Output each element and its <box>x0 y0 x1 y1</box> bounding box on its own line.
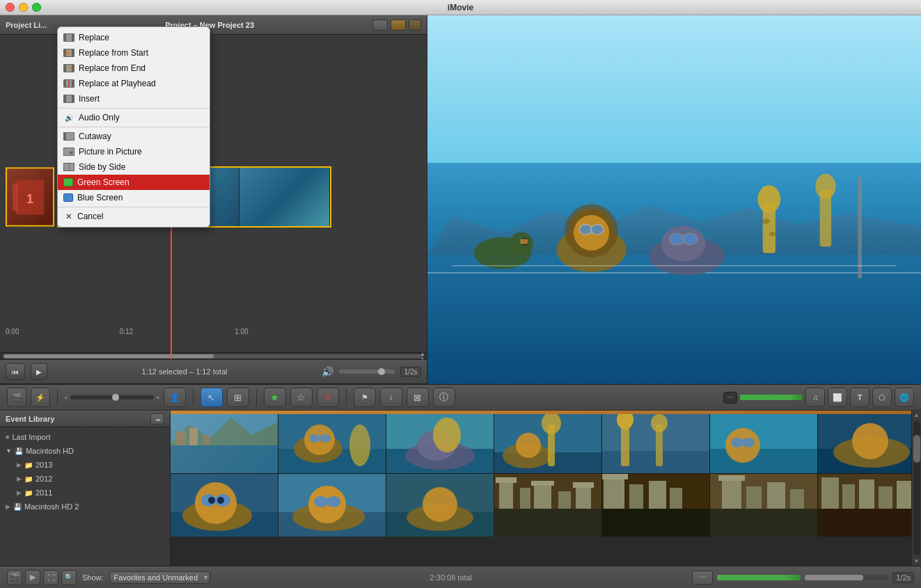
event-clip-row2-4[interactable] <box>494 474 602 537</box>
toolbar-separator-3 <box>256 389 257 406</box>
event-clip-row2-2[interactable] <box>278 474 386 537</box>
scroll-track[interactable] <box>913 421 920 555</box>
event-item-2013[interactable]: ▶ 📁 2013 <box>0 458 170 472</box>
menu-item-insert[interactable]: Insert <box>58 91 210 106</box>
event-clip-row2-1[interactable] <box>171 474 278 537</box>
svg-rect-90 <box>494 509 601 537</box>
event-clip-4[interactable] <box>494 411 602 473</box>
reject-icon: ✕ <box>324 392 332 403</box>
scroll-thumb[interactable] <box>913 435 920 463</box>
menu-item-blue-screen[interactable]: Blue Screen <box>58 190 210 205</box>
event-clip-6[interactable] <box>710 411 818 473</box>
minimize-button[interactable] <box>19 3 28 12</box>
play-button[interactable]: ▶ <box>31 363 47 380</box>
menu-item-green-screen[interactable]: Green Screen <box>58 175 210 190</box>
event-library-action-btn[interactable]: ☁ <box>150 413 164 424</box>
event-item-mac-hd[interactable]: ▼ 💾 Macintosh HD <box>0 444 170 458</box>
event-clip-7[interactable] <box>818 411 921 473</box>
event-clip-row2-7[interactable] <box>818 474 921 537</box>
svg-point-24 <box>816 174 836 199</box>
volume-bar[interactable] <box>740 395 803 400</box>
clip-size-slider: ▪ ▪ <box>65 392 159 402</box>
favorite-button[interactable]: ★ <box>264 388 286 407</box>
svg-rect-97 <box>576 486 591 509</box>
view-toggle-btn-2[interactable] <box>391 19 406 31</box>
clips-grid[interactable] <box>171 411 921 566</box>
event-list: ■ Last Import ▼ 💾 Macintosh HD ▶ 📁 2013 <box>0 427 170 566</box>
add-to-project-button[interactable]: 🎬 <box>7 570 22 585</box>
project-mode-button[interactable]: 🎬 <box>7 388 26 407</box>
show-select-wrapper[interactable]: Favorites and Unmarked All Clips Favorit… <box>109 571 210 584</box>
event-clip-row2-3[interactable] <box>386 474 494 537</box>
menu-label-cancel: Cancel <box>77 212 103 221</box>
menu-item-replace-from-start[interactable]: Replace from Start <box>58 45 210 61</box>
crop-button[interactable]: ⊠ <box>407 388 429 407</box>
svg-point-19 <box>762 218 770 223</box>
event-mode-button[interactable]: ⚡ <box>31 388 50 407</box>
event-item-last-import[interactable]: ■ Last Import <box>0 430 170 444</box>
trim-tool-button[interactable]: ⊞ <box>227 388 249 407</box>
event-item-label: 2012 <box>36 475 52 483</box>
menu-item-cancel[interactable]: ✕ Cancel <box>58 209 210 224</box>
menu-item-audio-only[interactable]: 🔊 Audio Only <box>58 110 210 125</box>
zoom-slider-bottom[interactable] <box>805 575 888 580</box>
svg-rect-118 <box>879 486 892 509</box>
total-display: 2:30:08 total <box>216 573 687 582</box>
waveform-toggle[interactable]: 〰 <box>723 392 737 404</box>
event-clip-1[interactable] <box>171 411 278 473</box>
clip-size-track[interactable] <box>70 395 154 399</box>
first-timeline-clip[interactable]: 1 <box>6 168 54 227</box>
people-detection-button[interactable]: 👤 <box>164 388 186 407</box>
svg-rect-107 <box>710 509 817 537</box>
show-select[interactable]: Favorites and Unmarked All Clips Favorit… <box>109 571 210 584</box>
close-button[interactable] <box>6 3 15 12</box>
menu-item-side-by-side[interactable]: Side by Side <box>58 159 210 175</box>
menu-item-cutaway[interactable]: Cutaway <box>58 129 210 144</box>
event-clip-3[interactable] <box>386 411 494 473</box>
select-tool-button[interactable]: ↖ <box>200 388 223 407</box>
transition-button[interactable]: ⬡ <box>872 388 892 407</box>
event-clip-2[interactable] <box>278 411 386 473</box>
svg-rect-21 <box>763 186 766 194</box>
menu-item-pip[interactable]: Picture in Picture <box>58 144 210 159</box>
event-item-2012[interactable]: ▶ 📁 2012 <box>0 472 170 486</box>
fullscreen-button[interactable]: ⛶ <box>43 570 58 585</box>
play-event-button[interactable]: ▶ <box>25 570 40 585</box>
right-toolbar-group: 〰 ♫ ⬜ T ⬡ 🌐 <box>723 388 914 407</box>
reject-button[interactable]: ✕ <box>317 388 339 407</box>
event-clip-row2-5[interactable] <box>602 474 710 537</box>
svg-rect-117 <box>859 479 874 509</box>
music-button[interactable]: ♫ <box>805 388 825 407</box>
maximize-button[interactable] <box>32 3 41 12</box>
zoom-track[interactable] <box>339 370 395 374</box>
menu-item-replace-from-end[interactable]: Replace from End <box>58 61 210 76</box>
clip-size-thumb[interactable] <box>112 394 119 401</box>
rewind-to-start-button[interactable]: ⏮ <box>6 363 25 380</box>
pip-icon <box>63 148 74 156</box>
zoom-out-button[interactable]: 🔍 <box>61 570 77 585</box>
bottom-volume-bar[interactable] <box>717 575 801 580</box>
project-action-btn[interactable] <box>409 19 421 31</box>
audio-meter-btn[interactable]: 〰 <box>692 571 713 585</box>
event-clip-row2-6[interactable] <box>710 474 818 537</box>
view-toggle-btn-1[interactable] <box>372 19 388 31</box>
svg-rect-112 <box>790 489 804 509</box>
scrubber-track[interactable]: ▲ ▼ <box>0 352 427 359</box>
clips-scrollbar[interactable]: ▲ ▼ <box>911 411 921 566</box>
scroll-down-arrow[interactable]: ▼ <box>913 557 921 566</box>
event-item-2011[interactable]: ▶ 📁 2011 <box>0 486 170 500</box>
info-button[interactable]: ⓘ <box>433 388 455 407</box>
event-item-mac-hd2[interactable]: ▶ 💾 Macintosh HD 2 <box>0 500 170 514</box>
scroll-up-arrow[interactable]: ▲ <box>913 411 921 420</box>
drive-icon-mac-hd2: 💾 <box>13 503 22 511</box>
map-button[interactable]: 🌐 <box>895 388 914 407</box>
menu-item-replace[interactable]: Replace <box>58 30 210 45</box>
unfavorite-button[interactable]: ☆ <box>290 388 313 407</box>
keyword-button[interactable]: ⚑ <box>354 388 376 407</box>
event-clip-5[interactable] <box>602 411 710 473</box>
title-button[interactable]: T <box>850 388 869 407</box>
menu-item-replace-at-playhead[interactable]: Replace at Playhead <box>58 76 210 91</box>
photo-button[interactable]: ⬜ <box>828 388 847 407</box>
project-tab-label[interactable]: Project Li... <box>6 21 47 29</box>
voiceover-button[interactable]: ♪ <box>380 388 402 407</box>
